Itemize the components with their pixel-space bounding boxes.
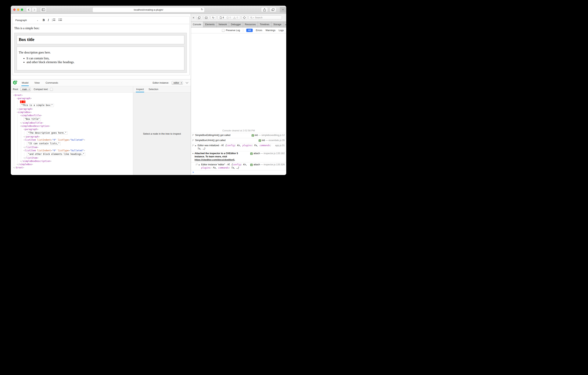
- model-closing-tag[interactable]: </simpleBoxDescription>: [20, 160, 133, 163]
- bulleted-list-button[interactable]: [59, 18, 62, 22]
- preserve-log-label: Preserve Log: [226, 29, 240, 32]
- console-message-location[interactable]: finit — simpleboxediting.js:12: [252, 134, 285, 137]
- close-devtools-button[interactable]: ✕: [192, 16, 195, 19]
- heading-dropdown[interactable]: Paragraph ⌄: [15, 19, 38, 22]
- svg-text:5: 5: [16, 81, 17, 82]
- console-prompt[interactable]: >: [191, 170, 286, 175]
- disclosure-open-icon[interactable]: ▼: [192, 152, 195, 155]
- reload-icon[interactable]: ↻: [201, 8, 203, 11]
- root-select[interactable]: main ▲▼: [20, 88, 31, 91]
- svg-text:2: 2: [52, 20, 53, 21]
- intro-paragraph[interactable]: This is a simple box:: [14, 24, 187, 30]
- description-text[interactable]: The description goes here.: [19, 51, 182, 54]
- detach-icon: [198, 16, 201, 19]
- simple-box-title[interactable]: Box title: [17, 35, 184, 44]
- reload-page-button[interactable]: ↻: [210, 16, 216, 20]
- model-closing-tag[interactable]: </paragraph>: [23, 135, 133, 138]
- devtools-tab-debugger[interactable]: Debugger: [229, 22, 243, 27]
- model-text-node[interactable]: "The description goes here.": [27, 131, 133, 135]
- address-bar[interactable]: localhost/creating-a-plugin/ ↻: [93, 7, 205, 12]
- console-message: SimpleBoxUI#init() got calledfinit — ess…: [191, 138, 286, 143]
- model-closing-tag[interactable]: </paragraph>: [17, 108, 133, 111]
- inspector-tab-view[interactable]: View: [34, 79, 40, 86]
- model-closing-tag[interactable]: </simpleBox>: [17, 163, 133, 166]
- model-text-node[interactable]: "This is a simple box:": [20, 104, 133, 107]
- model-closing-tag[interactable]: </listItem>: [23, 146, 133, 149]
- console-message-location[interactable]: app.js:31: [275, 144, 285, 147]
- pane-tab-selection[interactable]: Selection: [148, 86, 158, 92]
- model-closing-tag[interactable]: </listItem>: [23, 156, 133, 160]
- back-button[interactable]: [26, 7, 31, 12]
- preserve-log-checkbox[interactable]: [222, 29, 225, 32]
- console-pane: Console cleared at 2:02:58 PM SimpleBoxE…: [191, 33, 286, 175]
- devtools-toolbar: ✕ ↻: [191, 14, 286, 22]
- editor-instance-select[interactable]: editor ▲▼: [172, 81, 183, 85]
- devtools-tab-timelines[interactable]: Timelines: [258, 22, 272, 27]
- new-tab-button[interactable]: +: [280, 7, 286, 12]
- pane-tab-inspect[interactable]: Inspect: [136, 86, 144, 92]
- simple-box-widget[interactable]: Box title The description goes here. It …: [14, 33, 187, 73]
- simple-box-description[interactable]: The description goes here. It can contai…: [17, 47, 184, 70]
- log-message-icon: [196, 164, 198, 166]
- dock-bottom-button[interactable]: [203, 16, 209, 20]
- model-opening-tag[interactable]: <simpleBoxTitle>: [20, 114, 133, 117]
- model-text-node[interactable]: "Box title": [23, 118, 133, 121]
- model-opening-tag[interactable]: <paragraph>: [17, 97, 133, 100]
- log-message-icon: [192, 139, 194, 142]
- console-prompt-icon: >: [192, 171, 194, 174]
- compact-text-checkbox[interactable]: [50, 88, 53, 91]
- minimize-window-button[interactable]: [17, 9, 19, 11]
- list-item[interactable]: and other block elements like headings.: [27, 60, 182, 64]
- list-item[interactable]: It can contain lists,: [27, 57, 182, 60]
- devtools-search-field[interactable]: ▾ Search: [249, 16, 282, 20]
- box-title-text[interactable]: Box title: [19, 37, 34, 42]
- inspector-tab-model[interactable]: Model: [21, 79, 29, 86]
- console-message-link[interactable]: https://ckeditor.com/docs/ckeditor5: [195, 158, 234, 161]
- model-text-node[interactable]: "It can contain lists,": [27, 142, 133, 145]
- element-picker-button[interactable]: [242, 16, 247, 20]
- browser-titlebar: localhost/creating-a-plugin/ ↻ +: [11, 6, 286, 14]
- console-filter-logs[interactable]: Logs: [279, 29, 284, 32]
- console-message-text: SimpleBoxEditing#init() got called: [195, 134, 250, 137]
- model-closing-tag[interactable]: </simpleBoxTitle>: [20, 121, 133, 125]
- tab-overview-button[interactable]: [270, 7, 276, 12]
- model-opening-tag[interactable]: <simpleBox>: [17, 111, 133, 114]
- model-closing-tag[interactable]: </$root>: [13, 166, 133, 169]
- console-filter-all[interactable]: All: [246, 29, 253, 32]
- model-text-node[interactable]: "and other block elements like headings.…: [27, 153, 133, 156]
- console-filter-warnings[interactable]: Warnings: [266, 29, 275, 32]
- sidebar-button[interactable]: [40, 7, 47, 12]
- devtools-tab-storage[interactable]: Storage: [272, 22, 284, 27]
- model-opening-tag[interactable]: <simpleBoxDescription>: [20, 125, 133, 128]
- model-selection-marker[interactable]: [ ]: [20, 100, 133, 103]
- devtools-tab-resources[interactable]: Resources: [243, 22, 258, 27]
- inspector-tab-commands[interactable]: Commands: [45, 79, 58, 86]
- model-opening-tag[interactable]: <paragraph>: [23, 128, 133, 131]
- disclosure-closed-icon[interactable]: ▶: [199, 163, 201, 166]
- inspect-pane-tabs: InspectSelection: [133, 86, 191, 92]
- editor-content[interactable]: This is a simple box: Box title The desc…: [12, 24, 189, 75]
- detach-button[interactable]: [196, 16, 202, 20]
- devtools-tab-console[interactable]: Console: [191, 22, 203, 27]
- issues-summary-button[interactable]: 4 0: [218, 16, 240, 20]
- console-filter-errors[interactable]: Errors: [256, 29, 262, 32]
- forward-button[interactable]: [32, 7, 37, 12]
- devtools-tab-network[interactable]: Network: [217, 22, 229, 27]
- numbered-list-button[interactable]: 1 2: [52, 18, 55, 22]
- disclosure-closed-icon[interactable]: ▶: [195, 144, 198, 147]
- console-message-location[interactable]: finit — essentials.js:35: [259, 139, 285, 142]
- model-opening-tag[interactable]: <$root>: [13, 94, 133, 97]
- share-button[interactable]: [261, 7, 268, 12]
- console-message-location[interactable]: fattach — inspector.js:133:326: [250, 163, 285, 166]
- inspector-collapse-button[interactable]: [185, 81, 189, 85]
- bold-button[interactable]: B: [43, 18, 45, 22]
- zoom-window-button[interactable]: [21, 9, 23, 11]
- devtools-tab-elements[interactable]: Elements: [203, 22, 217, 27]
- warning-count: 0: [237, 16, 238, 19]
- italic-button[interactable]: I: [48, 18, 49, 22]
- model-opening-tag[interactable]: <listItem listIndent="0" listType="bulle…: [23, 149, 133, 152]
- close-window-button[interactable]: [13, 9, 16, 11]
- more-tabs-button[interactable]: »: [284, 22, 286, 27]
- model-opening-tag[interactable]: <listItem listIndent="0" listType="bulle…: [23, 138, 133, 142]
- console-message-location[interactable]: fattach — inspector.js:133:182: [250, 152, 285, 155]
